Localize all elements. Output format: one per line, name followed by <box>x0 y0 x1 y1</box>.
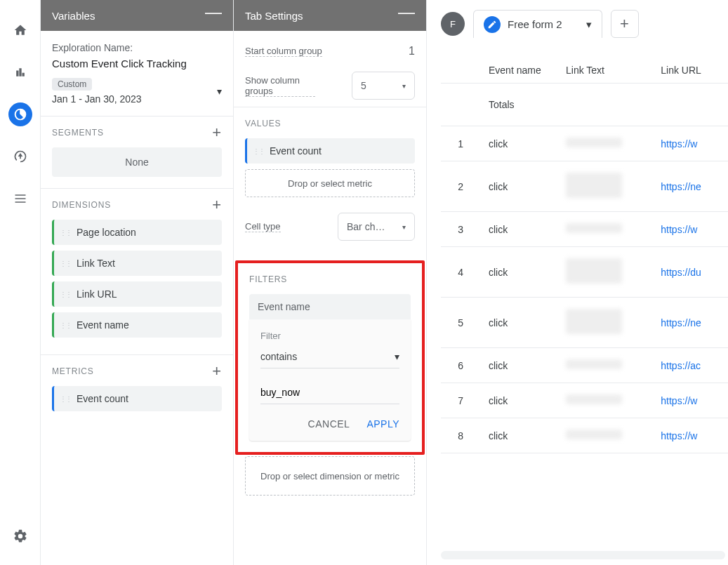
pencil-icon <box>484 16 501 33</box>
explore-icon[interactable] <box>8 102 32 126</box>
variables-title: Variables <box>52 10 95 22</box>
left-nav <box>0 0 41 565</box>
reports-icon[interactable] <box>8 60 32 84</box>
start-col-group-label: Start column group <box>245 46 322 57</box>
tab-bar: F Free form 2 ▾ + <box>441 10 728 38</box>
metric-chip[interactable]: ⋮⋮Event count <box>52 386 222 411</box>
settings-icon[interactable] <box>8 524 32 548</box>
cell-link-text <box>560 348 655 383</box>
cell-event-name: click <box>483 418 560 453</box>
values-label: VALUES <box>245 119 415 128</box>
variables-header: Variables — <box>41 0 233 31</box>
cell-link-url: https://du <box>655 247 728 298</box>
show-col-groups-select[interactable]: 5 ▾ <box>352 72 415 100</box>
value-chip-label: Event count <box>270 145 322 157</box>
dimensions-label: DIMENSIONS <box>52 200 111 210</box>
dimension-chip[interactable]: ⋮⋮Page location <box>52 220 222 245</box>
dimensions-header: DIMENSIONS + <box>52 200 222 210</box>
dimension-chip[interactable]: ⋮⋮Event name <box>52 312 222 338</box>
dimension-chip[interactable]: ⋮⋮Link URL <box>52 281 222 307</box>
show-col-groups-label: Show column groups <box>245 75 315 97</box>
col-event-name[interactable]: Event name <box>483 58 560 84</box>
metric-label: Event count <box>77 393 128 404</box>
totals-row: Totals <box>441 84 728 126</box>
date-range-text: Jan 1 - Jan 30, 2023 <box>52 93 142 105</box>
cell-type-value: Bar ch… <box>347 221 385 232</box>
dropdown-arrow-icon: ▾ <box>402 223 406 231</box>
table-row: 8clickhttps://w <box>441 418 728 453</box>
tab-settings-header: Tab Settings — <box>234 0 426 31</box>
row-index: 7 <box>441 383 483 418</box>
filter-word-label: Filter <box>260 331 399 341</box>
dropdown-arrow-icon[interactable]: ▾ <box>217 86 222 97</box>
cell-link-text <box>560 212 655 247</box>
date-range-control[interactable]: Custom Jan 1 - Jan 30, 2023 <box>52 78 142 105</box>
cell-link-text <box>560 298 655 348</box>
col-link-url[interactable]: Link URL <box>655 58 728 84</box>
show-col-groups-value: 5 <box>361 80 366 91</box>
filter-operator-value: contains <box>260 351 297 362</box>
start-col-group-value[interactable]: 1 <box>409 45 415 58</box>
add-tab-button[interactable]: + <box>611 10 639 38</box>
cell-link-url: https://w <box>655 126 728 161</box>
advertising-icon[interactable] <box>8 145 32 168</box>
results-table: Event name Link Text Link URL Totals 1cl… <box>441 58 728 453</box>
minimize-variables-icon[interactable]: — <box>205 12 222 19</box>
value-chip[interactable]: ⋮⋮Event count <box>245 138 415 164</box>
cell-event-name: click <box>483 383 560 418</box>
table-row: 7clickhttps://w <box>441 383 728 418</box>
technique-avatar[interactable]: F <box>441 12 465 36</box>
row-index: 2 <box>441 161 483 212</box>
horizontal-scrollbar[interactable] <box>441 551 725 559</box>
totals-label: Totals <box>483 84 560 126</box>
drop-metric-zone[interactable]: Drop or select metric <box>245 169 415 197</box>
dimension-chip[interactable]: ⋮⋮Link Text <box>52 251 222 276</box>
home-icon[interactable] <box>8 18 32 42</box>
filters-label: FILTERS <box>249 274 411 284</box>
cell-event-name: click <box>483 161 560 212</box>
dimension-label: Page location <box>77 227 136 238</box>
segments-header: SEGMENTS + <box>52 128 222 138</box>
exploration-name-label: Exploration Name: <box>52 42 222 53</box>
dimension-label: Link URL <box>77 288 117 300</box>
tab-freeform[interactable]: Free form 2 ▾ <box>473 10 602 38</box>
segments-none[interactable]: None <box>52 147 222 177</box>
cell-event-name: click <box>483 212 560 247</box>
table-row: 3clickhttps://w <box>441 212 728 247</box>
variables-panel: Variables — Exploration Name: Custom Eve… <box>41 0 234 565</box>
segments-label: SEGMENTS <box>52 128 104 138</box>
filter-dimension-chip[interactable]: Event name <box>249 294 411 319</box>
col-link-text[interactable]: Link Text <box>560 58 655 84</box>
cell-link-text <box>560 247 655 298</box>
tab-menu-icon[interactable]: ▾ <box>586 18 592 31</box>
configure-icon[interactable] <box>8 187 32 211</box>
metrics-header: METRICS + <box>52 366 222 376</box>
table-row: 2clickhttps://ne <box>441 161 728 212</box>
cell-event-name: click <box>483 126 560 161</box>
cell-link-text <box>560 383 655 418</box>
minimize-tab-settings-icon[interactable]: — <box>398 12 415 19</box>
exploration-name-value[interactable]: Custom Event Click Tracking <box>52 58 222 69</box>
apply-button[interactable]: APPLY <box>366 418 399 430</box>
cell-link-url: https://ne <box>655 161 728 212</box>
drop-filter-zone[interactable]: Drop or select dimension or metric <box>245 456 415 496</box>
canvas-area: F Free form 2 ▾ + Event name Link Text L… <box>427 0 728 565</box>
row-index: 3 <box>441 212 483 247</box>
cancel-button[interactable]: CANCEL <box>308 418 350 430</box>
row-index: 4 <box>441 247 483 298</box>
row-index: 1 <box>441 126 483 161</box>
cell-link-url: https://ne <box>655 298 728 348</box>
cell-event-name: click <box>483 298 560 348</box>
date-badge: Custom <box>52 78 92 91</box>
cell-event-name: click <box>483 247 560 298</box>
filter-value-input[interactable] <box>260 381 399 404</box>
filter-operator-select[interactable]: contains ▾ <box>260 345 399 368</box>
cell-link-url: https://w <box>655 418 728 453</box>
cell-link-url: https://w <box>655 383 728 418</box>
row-index: 8 <box>441 418 483 453</box>
row-index: 5 <box>441 298 483 348</box>
filter-editor: Filter contains ▾ CANCEL APPLY <box>249 319 411 441</box>
dropdown-arrow-icon: ▾ <box>395 351 399 362</box>
cell-link-text <box>560 418 655 453</box>
cell-type-select[interactable]: Bar ch… ▾ <box>338 213 415 241</box>
